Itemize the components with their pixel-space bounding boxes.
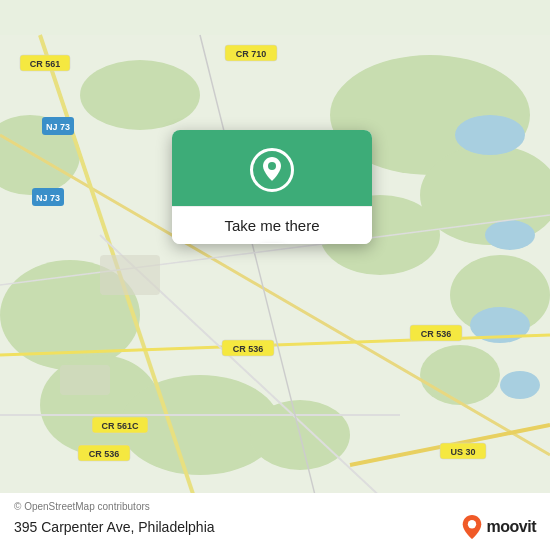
svg-text:NJ 73: NJ 73 <box>46 122 70 132</box>
popup-header <box>172 130 372 206</box>
moovit-brand-text: moovit <box>487 518 536 536</box>
svg-point-5 <box>420 345 500 405</box>
svg-text:CR 536: CR 536 <box>89 449 120 459</box>
map-background: CR 561 CR 710 NJ 73 NJ 73 CR 536 CR 536 … <box>0 0 550 550</box>
address-text: 395 Carpenter Ave, Philadelphia <box>14 519 215 535</box>
svg-point-13 <box>485 220 535 250</box>
location-pin-icon <box>257 155 287 185</box>
moovit-logo: moovit <box>461 514 536 540</box>
svg-point-45 <box>467 520 475 528</box>
svg-text:CR 710: CR 710 <box>236 49 267 59</box>
map-container: CR 561 CR 710 NJ 73 NJ 73 CR 536 CR 536 … <box>0 0 550 550</box>
location-popup[interactable]: Take me there <box>172 130 372 244</box>
svg-text:CR 536: CR 536 <box>233 344 264 354</box>
svg-point-44 <box>268 162 276 170</box>
svg-rect-43 <box>60 365 110 395</box>
location-icon-container <box>250 148 294 192</box>
svg-rect-42 <box>100 255 160 295</box>
attribution-text: © OpenStreetMap contributors <box>14 501 536 512</box>
bottom-bar: © OpenStreetMap contributors 395 Carpent… <box>0 493 550 550</box>
svg-text:CR 561C: CR 561C <box>101 421 139 431</box>
svg-point-12 <box>455 115 525 155</box>
svg-text:US 30: US 30 <box>450 447 475 457</box>
svg-point-15 <box>500 371 540 399</box>
svg-text:CR 536: CR 536 <box>421 329 452 339</box>
moovit-pin-icon <box>461 514 483 540</box>
svg-text:CR 561: CR 561 <box>30 59 61 69</box>
address-row: 395 Carpenter Ave, Philadelphia moovit <box>14 514 536 540</box>
svg-text:NJ 73: NJ 73 <box>36 193 60 203</box>
take-me-there-button[interactable]: Take me there <box>172 206 372 244</box>
svg-point-11 <box>80 60 200 130</box>
